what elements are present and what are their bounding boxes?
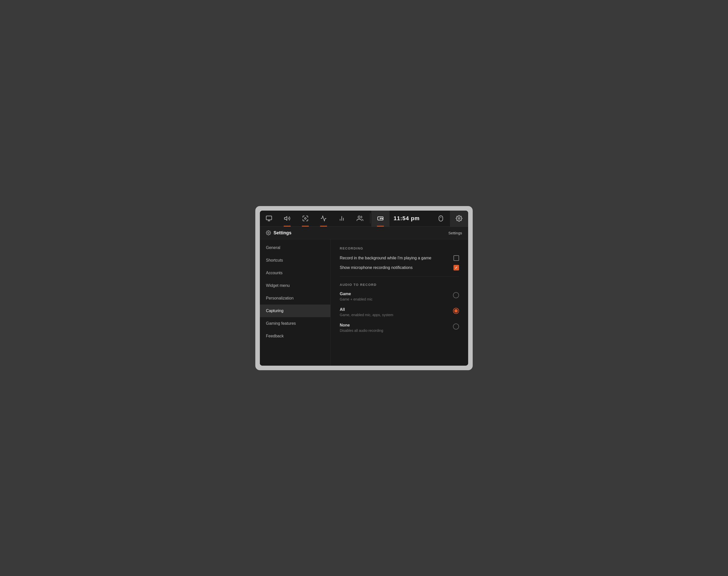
radio-option-all-title: All xyxy=(340,307,393,312)
sidebar-item-feedback[interactable]: Feedback xyxy=(260,330,330,342)
setting-label-background-record: Record in the background while I'm playi… xyxy=(340,256,431,260)
radio-btn-game[interactable] xyxy=(453,292,459,298)
top-nav: 11:54 pm xyxy=(260,210,468,227)
sidebar-item-capturing[interactable]: Capturing xyxy=(260,305,330,317)
settings-sidebar: General Shortcuts Accounts Widget menu P… xyxy=(260,239,331,366)
radio-option-game-text: Game Game + enabled mic xyxy=(340,292,373,301)
content-panel: RECORDING Record in the background while… xyxy=(331,239,468,366)
nav-time: 11:54 pm xyxy=(394,215,420,222)
radio-option-none: None Disables all audio recording xyxy=(340,323,459,333)
sidebar-item-monitor[interactable] xyxy=(315,210,333,227)
settings-header-left: Settings xyxy=(266,230,292,236)
sidebar-item-widget-menu[interactable]: Widget menu xyxy=(260,279,330,292)
svg-point-8 xyxy=(358,216,360,218)
settings-breadcrumb: Settings xyxy=(449,231,462,235)
setting-label-mic-notifications: Show microphone recording notifications xyxy=(340,265,412,270)
setting-row-background-record: Record in the background while I'm playi… xyxy=(340,255,459,261)
recording-section-label: RECORDING xyxy=(340,247,459,250)
svg-point-17 xyxy=(268,232,269,234)
sidebar-item-gaming-features[interactable]: Gaming features xyxy=(260,317,330,330)
main-content: General Shortcuts Accounts Widget menu P… xyxy=(260,239,468,366)
sidebar-item-team[interactable] xyxy=(351,210,369,227)
radio-option-game: Game Game + enabled mic xyxy=(340,292,459,301)
svg-point-14 xyxy=(382,219,383,219)
settings-header: Settings Settings xyxy=(260,227,468,239)
radio-btn-all[interactable] xyxy=(453,308,459,314)
sidebar-item-shortcuts[interactable]: Shortcuts xyxy=(260,254,330,267)
settings-icon[interactable] xyxy=(450,210,468,227)
sidebar-item-display[interactable] xyxy=(260,210,278,227)
settings-gear-icon xyxy=(266,230,271,235)
sidebar-item-accounts[interactable]: Accounts xyxy=(260,267,330,279)
nav-right-icons xyxy=(432,210,468,227)
audio-section-label: AUDIO TO RECORD xyxy=(340,283,459,287)
mouse-icon[interactable] xyxy=(432,210,450,227)
sidebar-item-stats[interactable] xyxy=(333,210,351,227)
checkbox-background-record[interactable] xyxy=(454,255,459,261)
radio-option-none-text: None Disables all audio recording xyxy=(340,323,383,333)
settings-title: Settings xyxy=(273,230,292,236)
radio-option-all-subtitle: Game, enabled mic, apps, system xyxy=(340,313,393,317)
radio-option-none-title: None xyxy=(340,323,383,327)
app-window: 11:54 pm Settings Settings xyxy=(260,210,468,366)
sidebar-item-general[interactable]: General xyxy=(260,241,330,254)
sidebar-item-personalization[interactable]: Personalization xyxy=(260,292,330,305)
section-divider xyxy=(340,277,459,277)
svg-point-4 xyxy=(304,218,306,220)
radio-option-all: All Game, enabled mic, apps, system xyxy=(340,307,459,317)
sidebar-item-audio[interactable] xyxy=(278,210,296,227)
sidebar-item-capture[interactable] xyxy=(296,210,315,227)
setting-row-mic-notifications: Show microphone recording notifications xyxy=(340,265,459,270)
outer-frame: 11:54 pm Settings Settings xyxy=(255,206,473,370)
svg-marker-3 xyxy=(285,217,287,220)
svg-rect-0 xyxy=(266,216,272,220)
radio-option-none-subtitle: Disables all audio recording xyxy=(340,328,383,333)
radio-option-game-subtitle: Game + enabled mic xyxy=(340,297,373,301)
nav-icon-group xyxy=(260,210,389,227)
radio-option-all-text: All Game, enabled mic, apps, system xyxy=(340,307,393,317)
radio-option-game-title: Game xyxy=(340,292,373,296)
checkbox-mic-notifications[interactable] xyxy=(454,265,459,270)
sidebar-item-gaming[interactable] xyxy=(371,210,389,227)
nav-separator xyxy=(370,213,370,224)
svg-point-16 xyxy=(458,218,460,220)
radio-btn-none[interactable] xyxy=(453,323,459,329)
